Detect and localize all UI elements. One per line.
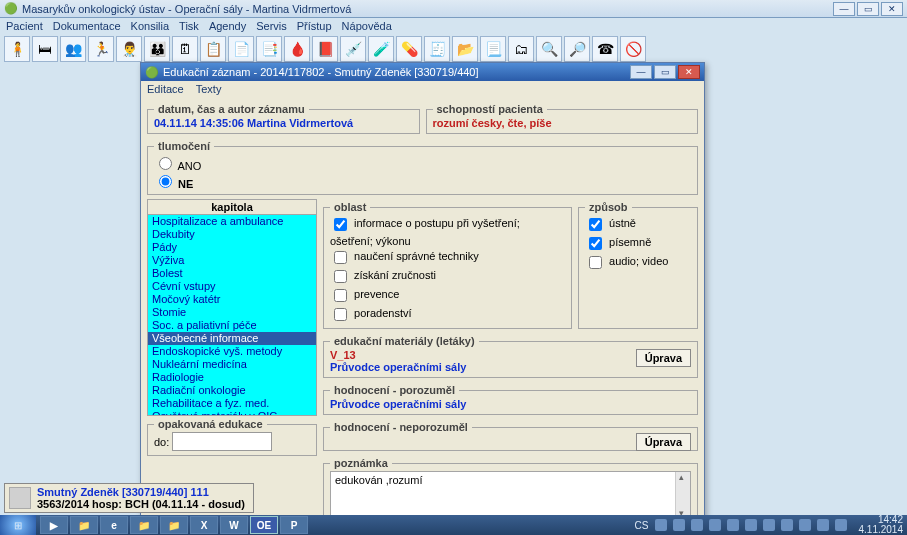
kapitola-item[interactable]: Dekubity	[148, 228, 316, 241]
tray-icon[interactable]	[835, 519, 847, 531]
kapitola-item[interactable]: Bolest	[148, 267, 316, 280]
taskbar-app-button[interactable]: W	[220, 516, 248, 534]
zpusob-check[interactable]: písemně	[585, 234, 691, 253]
materialy-uprava-button[interactable]: Úprava	[636, 349, 691, 367]
toolbar-button-12[interactable]: 💉	[340, 36, 366, 62]
tray-icon[interactable]	[799, 519, 811, 531]
tray-icon[interactable]	[673, 519, 685, 531]
toolbar-button-5[interactable]: 👪	[144, 36, 170, 62]
kapitola-list[interactable]: Hospitalizace a ambulanceDekubityPádyVýž…	[147, 214, 317, 416]
tray-icon[interactable]	[781, 519, 793, 531]
kapitola-item[interactable]: Endoskopické vyš. metody	[148, 345, 316, 358]
tray-icon[interactable]	[817, 519, 829, 531]
dialog-min-button[interactable]: —	[630, 65, 652, 79]
toolbar-button-7[interactable]: 📋	[200, 36, 226, 62]
fs-poznamka: poznámka edukován ,rozumí	[323, 457, 698, 522]
tray-icon[interactable]	[655, 519, 667, 531]
oblast-check[interactable]: prevence	[330, 286, 565, 305]
kapitola-item[interactable]: Rehabilitace a fyz. med.	[148, 397, 316, 410]
toolbar-button-19[interactable]: 🔍	[536, 36, 562, 62]
kapitola-item[interactable]: Osvětové materiály v OIC	[148, 410, 316, 416]
toolbar-button-15[interactable]: 🧾	[424, 36, 450, 62]
hodn-nep-uprava-button[interactable]: Úprava	[636, 433, 691, 451]
oblast-check[interactable]: naučení správné techniky	[330, 248, 565, 267]
toolbar-button-10[interactable]: 🩸	[284, 36, 310, 62]
oblast-check[interactable]: informace o postupu při vyšetření; ošetř…	[330, 215, 565, 248]
toolbar-button-13[interactable]: 🧪	[368, 36, 394, 62]
toolbar-button-11[interactable]: 📕	[312, 36, 338, 62]
taskbar-app-button[interactable]: P	[280, 516, 308, 534]
toolbar-button-0[interactable]: 🧍	[4, 36, 30, 62]
kapitola-item[interactable]: Výživa	[148, 254, 316, 267]
tray-icon[interactable]	[727, 519, 739, 531]
toolbar-button-14[interactable]: 💊	[396, 36, 422, 62]
menu-pristup[interactable]: Přístup	[297, 20, 332, 32]
radio-ano[interactable]: ANO	[154, 154, 681, 172]
toolbar-button-6[interactable]: 🗓	[172, 36, 198, 62]
poznamka-textbox[interactable]: edukován ,rozumí	[330, 471, 691, 519]
scrollbar[interactable]	[675, 472, 690, 518]
legend-schopnosti: schopností pacienta	[433, 103, 547, 115]
tray-icon[interactable]	[763, 519, 775, 531]
radio-ne[interactable]: NE	[154, 172, 681, 190]
toolbar-button-8[interactable]: 📄	[228, 36, 254, 62]
toolbar-button-20[interactable]: 🔎	[564, 36, 590, 62]
kapitola-item[interactable]: Soc. a paliativní péče	[148, 319, 316, 332]
toolbar-button-17[interactable]: 📃	[480, 36, 506, 62]
kapitola-item[interactable]: Radiologie	[148, 371, 316, 384]
toolbar-button-3[interactable]: 🏃	[88, 36, 114, 62]
patient-status-bar: Smutný Zdeněk [330719/440] 111 3563/2014…	[4, 483, 254, 513]
toolbar-button-21[interactable]: ☎	[592, 36, 618, 62]
tray-icon[interactable]	[691, 519, 703, 531]
oblast-check[interactable]: získání zručnosti	[330, 267, 565, 286]
tray-icon[interactable]	[709, 519, 721, 531]
kapitola-item[interactable]: Hospitalizace a ambulance	[148, 215, 316, 228]
taskbar-app-button[interactable]: 📁	[130, 516, 158, 534]
menu-napoveda[interactable]: Nápověda	[342, 20, 392, 32]
kapitola-header: kapitola	[147, 199, 317, 214]
start-button[interactable]: ⊞	[0, 515, 36, 535]
kapitola-item[interactable]: Nukleární medicína	[148, 358, 316, 371]
kapitola-item[interactable]: Močový katétr	[148, 293, 316, 306]
taskbar-app-button[interactable]: X	[190, 516, 218, 534]
app-close-button[interactable]: ✕	[881, 2, 903, 16]
menu-tisk[interactable]: Tisk	[179, 20, 199, 32]
kapitola-item[interactable]: Pády	[148, 241, 316, 254]
menu-pacient[interactable]: Pacient	[6, 20, 43, 32]
kapitola-item[interactable]: Všeobecné informace	[148, 332, 316, 345]
taskbar-app-button[interactable]: 📁	[160, 516, 188, 534]
zpusob-check[interactable]: audio; video	[585, 253, 691, 272]
menu-dokumentace[interactable]: Dokumentace	[53, 20, 121, 32]
toolbar-button-2[interactable]: 👥	[60, 36, 86, 62]
lang-indicator[interactable]: CS	[635, 520, 649, 531]
app-max-button[interactable]: ▭	[857, 2, 879, 16]
toolbar-button-18[interactable]: 🗂	[508, 36, 534, 62]
toolbar-button-22[interactable]: 🚫	[620, 36, 646, 62]
dialog-icon: 🟢	[145, 66, 159, 79]
toolbar-button-9[interactable]: 📑	[256, 36, 282, 62]
do-input[interactable]	[172, 432, 272, 451]
zpusob-check[interactable]: ústně	[585, 215, 691, 234]
taskbar-clock[interactable]: 14:42 4.11.2014	[853, 515, 904, 535]
oblast-check[interactable]: poradenství	[330, 305, 565, 324]
education-dialog: 🟢 Edukační záznam - 2014/117802 - Smutný…	[140, 62, 705, 535]
toolbar-button-4[interactable]: 👨‍⚕️	[116, 36, 142, 62]
taskbar-app-button[interactable]: OE	[250, 516, 278, 534]
tray-icon[interactable]	[745, 519, 757, 531]
toolbar-button-16[interactable]: 📂	[452, 36, 478, 62]
app-min-button[interactable]: —	[833, 2, 855, 16]
dialog-max-button[interactable]: ▭	[654, 65, 676, 79]
taskbar-app-button[interactable]: 📁	[70, 516, 98, 534]
menu-servis[interactable]: Servis	[256, 20, 287, 32]
kapitola-item[interactable]: Cévní vstupy	[148, 280, 316, 293]
toolbar-button-1[interactable]: 🛏	[32, 36, 58, 62]
menu-konsilia[interactable]: Konsilia	[131, 20, 170, 32]
taskbar-app-button[interactable]: e	[100, 516, 128, 534]
dlg-menu-editace[interactable]: Editace	[147, 83, 184, 95]
dlg-menu-texty[interactable]: Texty	[196, 83, 222, 95]
dialog-close-button[interactable]: ✕	[678, 65, 700, 79]
kapitola-item[interactable]: Radiační onkologie	[148, 384, 316, 397]
taskbar-app-button[interactable]: ▶	[40, 516, 68, 534]
menu-agendy[interactable]: Agendy	[209, 20, 246, 32]
kapitola-item[interactable]: Stomie	[148, 306, 316, 319]
